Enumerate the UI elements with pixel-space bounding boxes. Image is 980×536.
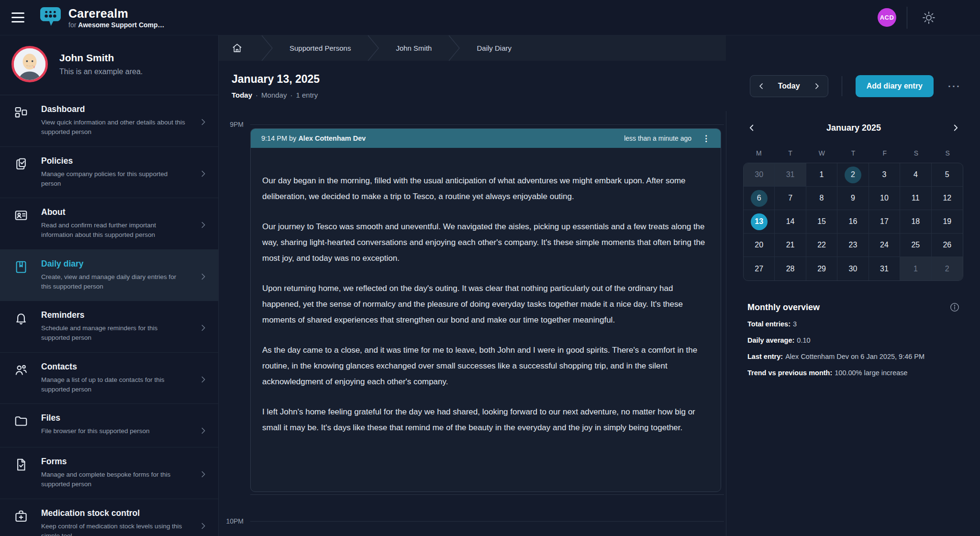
calendar-day-2-outside[interactable]: 2 [932,257,963,280]
calendar-day-5[interactable]: 5 [932,163,963,187]
calendar-day-1[interactable]: 1 [806,163,837,187]
calendar-day-19[interactable]: 19 [932,210,963,234]
nav-item-desc: Create, view and manage daily diary entr… [41,272,187,292]
calendar-day-3[interactable]: 3 [869,163,900,187]
sidebar-item-daily-diary[interactable]: Daily diaryCreate, view and manage daily… [0,250,218,302]
main-area: Supported PersonsJohn SmithDaily Diary J… [219,35,980,536]
diary-entry-header: 9:14 PM by Alex Cottenham Dev less than … [251,129,721,148]
calendar-day-30[interactable]: 30 [837,257,869,280]
nav-item-title: Policies [41,156,188,166]
hour-label: 10PM [219,517,244,525]
calendar-next-chevron-icon[interactable] [950,123,961,133]
add-diary-entry-button[interactable]: Add diary entry [856,75,934,97]
chevron-right-icon [198,220,209,232]
app-tagline: forAwesome Support Comp… [68,21,165,29]
hamburger-menu-icon[interactable] [11,12,26,22]
weekday-label: M [743,149,775,157]
calendar-day-4[interactable]: 4 [900,163,931,187]
calendar-day-16[interactable]: 16 [837,210,869,234]
overview-row: Total entries:3 [747,320,960,329]
chevron-right-icon [198,168,209,181]
sidebar-item-dashboard[interactable]: DashboardView quick information and othe… [0,95,218,147]
calendar-day-2-entry[interactable]: 2 [837,163,869,187]
calendar-day-20[interactable]: 20 [744,234,775,257]
calendar-day-15[interactable]: 15 [806,210,837,234]
calendar-prev-chevron-icon[interactable] [746,123,757,133]
topbar-divider [907,7,907,29]
breadcrumb-item[interactable]: John Smith [379,44,448,52]
calendar-day-6-entry[interactable]: 6 [744,187,775,210]
clipboard-check-icon [14,157,29,173]
weekday-label: S [932,149,963,157]
entry-paragraph: Our day began in the morning, filled wit… [262,173,709,204]
breadcrumb-separator-icon [367,35,379,61]
nav-item-desc: Manage a list of up to date contacts for… [41,375,187,395]
diary-entry-card: 9:14 PM by Alex Cottenham Dev less than … [250,128,721,492]
overview-value: 0.10 [797,336,810,344]
calendar-day-29[interactable]: 29 [806,257,837,280]
file-check-icon [14,458,29,474]
weekday-label: T [837,149,869,157]
page-header: January 13, 2025 Today·Monday·1 entry To… [219,61,980,111]
sidebar-item-reminders[interactable]: RemindersSchedule and manage reminders f… [0,301,218,353]
sidebar-item-files[interactable]: FilesFile browser for this supported per… [0,404,218,447]
calendar-day-1-outside[interactable]: 1 [900,257,931,280]
overview-value: Alex Cottenham Dev on 6 Jan 2025, 9:46 P… [785,353,924,360]
hour-line-9pm: 9PM [219,121,726,128]
calendar-day-14[interactable]: 14 [775,210,806,234]
calendar-day-9[interactable]: 9 [837,187,869,210]
calendar-day-22[interactable]: 22 [806,234,837,257]
next-day-chevron-icon[interactable] [806,76,828,97]
user-avatar[interactable]: ACD [878,8,896,27]
folder-icon [14,414,29,430]
calendar-day-18[interactable]: 18 [900,210,931,234]
calendar-day-10[interactable]: 10 [869,187,900,210]
today-button[interactable]: Today [772,82,806,90]
entry-count: 1 entry [296,91,318,99]
nav-item-desc: Keep control of medication stock levels … [41,522,187,536]
entry-author: Alex Cottenham Dev [298,134,366,142]
calendar-grid: 3031123456789101112131415161718192021222… [743,163,963,281]
calendar-day-24[interactable]: 24 [869,234,900,257]
calendar-day-13-selected[interactable]: 13 [744,210,775,234]
nav-item-desc: Schedule and manage reminders for this s… [41,324,187,343]
calendar-day-11[interactable]: 11 [900,187,931,210]
calendar-day-26[interactable]: 26 [932,234,963,257]
calendar-day-23[interactable]: 23 [837,234,869,257]
chevron-right-icon [198,271,209,284]
sidebar-item-policies[interactable]: PoliciesManage company policies for this… [0,147,218,199]
calendar-day-31[interactable]: 31 [869,257,900,280]
calendar-day-21[interactable]: 21 [775,234,806,257]
info-icon[interactable] [949,302,960,313]
calendar-day-17[interactable]: 17 [869,210,900,234]
overview-label: Last entry: [747,353,783,360]
breadcrumb-item[interactable]: Supported Persons [273,44,367,52]
sidebar-item-medication[interactable]: Medication stock controlKeep control of … [0,499,218,536]
sidebar-nav: DashboardView quick information and othe… [0,95,218,536]
calendar-day-7[interactable]: 7 [775,187,806,210]
nav-item-title: Medication stock control [41,508,188,518]
entry-time-author: 9:14 PM by Alex Cottenham Dev [261,134,366,142]
calendar-day-12[interactable]: 12 [932,187,963,210]
calendar-day-30-outside[interactable]: 30 [744,163,775,187]
calendar-day-27[interactable]: 27 [744,257,775,280]
brand: Carerealm forAwesome Support Comp… [39,6,165,29]
sidebar-item-forms[interactable]: FormsManage and complete bespoke forms f… [0,447,218,499]
sidebar-item-about[interactable]: AboutRead and confirm read further impor… [0,198,218,250]
entry-paragraph: I left John's home feeling grateful for … [262,404,709,436]
theme-toggle-sun-icon[interactable] [922,11,936,25]
nav-item-title: About [41,207,188,217]
sidebar-item-contacts[interactable]: ContactsManage a list of up to date cont… [0,353,218,404]
calendar-day-28[interactable]: 28 [775,257,806,280]
prev-day-chevron-icon[interactable] [750,76,772,97]
home-icon[interactable] [219,43,261,54]
calendar-day-31-outside[interactable]: 31 [775,163,806,187]
entry-kebab-menu-icon[interactable]: ⋮ [699,134,713,143]
medical-bag-icon [14,509,29,525]
more-options-ellipsis-icon[interactable]: ··· [948,80,961,92]
calendar-day-25[interactable]: 25 [900,234,931,257]
calendar-month-title: January 2025 [757,123,950,133]
hour-line-10pm: 10PM [219,517,726,525]
calendar-day-8[interactable]: 8 [806,187,837,210]
breadcrumb-item[interactable]: Daily Diary [460,44,528,52]
